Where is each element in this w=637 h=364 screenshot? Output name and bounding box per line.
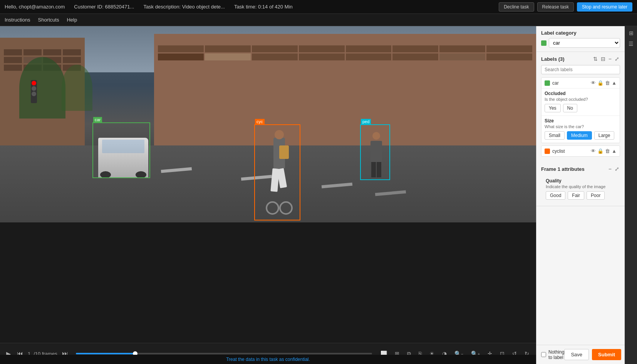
size-title: Size [545,118,617,124]
car-hide-icon[interactable]: 👁 [591,80,596,86]
cyclist-hide-icon[interactable]: 👁 [591,148,596,154]
stop-resume-button[interactable]: Stop and resume later [577,2,632,12]
timeline-bar[interactable] [76,353,372,354]
cyclist-figure [264,138,295,215]
right-panel: Label category car cyclist pedestrian La… [536,26,625,364]
user-greeting: Hello, chopt@amazon.com [5,4,65,10]
occluded-yes-btn[interactable]: Yes [545,104,561,112]
size-small-btn[interactable]: Small [545,131,565,140]
traffic-light-red [32,81,36,85]
menu-instructions[interactable]: Instructions [5,17,30,23]
release-task-button[interactable]: Release task [537,2,574,12]
side-toolbar: ⊞ ☰ [625,26,637,364]
decline-task-button[interactable]: Decline task [499,2,534,12]
labels-minimize-button[interactable]: − [608,55,612,63]
quality-poor-btn[interactable]: Poor [587,191,605,200]
frame-attrs-title: Frame 1 attributes [541,166,585,172]
quality-title: Quality [546,178,615,184]
menu-bar: Instructions Shortcuts Help [0,14,637,26]
labels-filter-button[interactable]: ⊟ [600,55,606,63]
labels-sort-button[interactable]: ⇅ [592,55,598,63]
tree-2 [62,65,92,111]
car-label-dot [545,80,550,86]
car-windshield [102,140,144,153]
car-wheel-right [136,171,146,178]
tree-1 [19,57,65,119]
labels-section: Labels (3) ⇅ ⊟ − ⤢ car 👁 🔒 🗑 [536,52,625,162]
building-center [154,34,536,165]
label-item-car: car 👁 🔒 🗑 ▲ Occluded Is the object occlu… [541,77,620,143]
panel-bottom-actions: Nothing to label Save Submit [536,345,625,364]
panel-spacer [536,206,625,345]
frame-attrs-minimize-btn[interactable]: − [608,165,612,173]
label-category-section: Label category car cyclist pedestrian [536,26,625,52]
label-category-title: Label category [541,30,577,36]
occluded-no-btn[interactable]: No [563,104,577,112]
occluded-title: Occluded [545,91,617,96]
timeline-progress [76,353,135,354]
quality-fair-btn[interactable]: Fair [568,191,584,200]
size-large-btn[interactable]: Large [594,131,615,140]
quality-description: Indicate the quality of the image [546,184,615,189]
cyclist-label-name: cyclist [552,149,588,154]
side-tool-list[interactable]: ☰ [627,39,636,48]
nothing-to-label-label: Nothing to label [548,349,564,360]
car-delete-icon[interactable]: 🗑 [605,80,610,86]
canvas-area[interactable]: car cyc ped ▶ ⏮ 1 /10 frames [0,26,536,364]
labels-expand-button[interactable]: ⤢ [614,55,620,63]
video-frame: car cyc ped [0,26,536,222]
menu-shortcuts[interactable]: Shortcuts [38,17,59,23]
bbox-car-label: car [93,117,102,122]
top-bar: Hello, chopt@amazon.com Customer ID: 688… [0,0,637,14]
occluded-section: Occluded Is the object occluded? Yes No [541,88,620,115]
ped-figure [367,138,386,180]
labels-count: Labels (3) [541,56,565,62]
dark-video-area [0,222,536,343]
size-medium-btn[interactable]: Medium [567,131,592,140]
quality-section: Quality Indicate the quality of the imag… [541,175,620,203]
car-collapse-icon[interactable]: ▲ [612,80,617,86]
search-labels-input[interactable] [541,65,620,74]
traffic-light-pole [31,80,37,103]
task-description: Task description: Video object dete... [143,4,225,10]
label-category-select[interactable]: car cyclist pedestrian [549,38,620,48]
quality-good-btn[interactable]: Good [546,191,565,200]
traffic-light-green [32,92,36,96]
submit-button[interactable]: Submit [592,349,621,360]
task-time: Task time: 0:14 of 420 Min [234,4,293,10]
cyclist-collapse-icon[interactable]: ▲ [612,148,617,154]
occluded-question: Is the object occluded? [545,97,617,102]
frame-attributes-section: Frame 1 attributes − ⤢ Quality Indicate … [536,162,625,206]
street-scene: car cyc ped [0,26,536,222]
road-marking-4 [375,190,406,196]
car-vehicle [98,138,148,178]
road-marking-1 [161,167,191,173]
customer-id: Customer ID: 688520471... [74,4,134,10]
size-question: What size is the car? [545,124,617,129]
cyclist-delete-icon[interactable]: 🗑 [605,148,610,154]
frame-attrs-expand-btn[interactable]: ⤢ [614,165,620,173]
traffic-light-yellow [32,86,36,91]
save-button[interactable]: Save [564,349,589,360]
nothing-to-label-checkbox[interactable] [541,352,546,357]
car-lock-icon[interactable]: 🔒 [597,80,603,86]
confidence-text: Treat the data in this task as confident… [226,357,310,362]
size-section: Size What size is the car? Small Medium … [541,115,620,143]
side-tool-grid[interactable]: ⊞ [627,28,636,38]
label-item-cyclist: cyclist 👁 🔒 🗑 ▲ [541,145,620,157]
label-color-dot [541,40,546,46]
menu-help[interactable]: Help [67,17,77,23]
car-wheel-left [100,171,111,178]
confidence-bar: Treat the data in this task as confident… [0,355,536,364]
cyclist-lock-icon[interactable]: 🔒 [597,148,603,154]
cyclist-label-dot [545,149,550,154]
road-marking-3 [322,183,352,189]
car-label-name: car [552,80,588,86]
main-layout: car cyc ped ▶ ⏮ 1 /10 frames [0,26,637,364]
